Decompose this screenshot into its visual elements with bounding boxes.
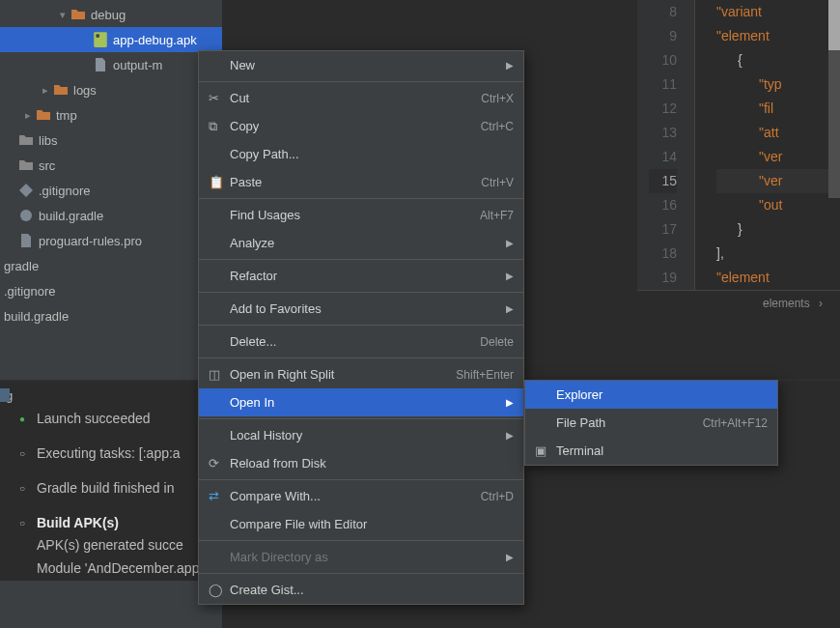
folder-icon <box>52 82 70 98</box>
reload-icon: ⟳ <box>209 456 230 471</box>
apk-file-icon <box>92 31 109 48</box>
tree-label: build.gradle <box>39 209 103 223</box>
git-file-icon <box>17 183 35 198</box>
menu-new[interactable]: New▶ <box>199 51 523 79</box>
menu-compare-editor[interactable]: Compare File with Editor <box>199 510 523 538</box>
tree-label: app-debug.apk <box>113 33 197 47</box>
compare-icon: ⇄ <box>209 489 230 503</box>
tree-file-gitignore-root[interactable]: .gitignore <box>0 278 222 303</box>
log-title: Build APK(s) <box>37 515 119 530</box>
folder-icon <box>70 7 87 22</box>
tree-folder-debug[interactable]: ▾ debug <box>0 2 222 27</box>
svg-rect-1 <box>97 34 99 37</box>
chevron-right-icon: ▶ <box>500 397 514 408</box>
menu-separator <box>199 540 523 541</box>
tree-file-output[interactable]: output-m <box>0 52 222 77</box>
line-number: 8 <box>649 0 677 24</box>
log-text: Gradle build finished in <box>37 480 174 496</box>
text-file-icon <box>17 233 35 248</box>
chevron-right-icon: ▸ <box>39 84 52 97</box>
tree-label: debug <box>91 8 126 22</box>
menu-analyze[interactable]: Analyze▶ <box>199 229 523 257</box>
tree-folder-tmp[interactable]: ▸ tmp <box>0 102 222 128</box>
menu-local-history[interactable]: Local History▶ <box>199 421 523 449</box>
folder-icon <box>17 157 35 173</box>
context-menu[interactable]: New▶ ✂CutCtrl+X ⧉CopyCtrl+C Copy Path...… <box>198 50 524 605</box>
tree-folder-libs[interactable]: libs <box>0 128 222 153</box>
tree-label: output-m <box>113 58 162 72</box>
menu-add-favorites[interactable]: Add to Favorites▶ <box>199 295 523 323</box>
menu-cut[interactable]: ✂CutCtrl+X <box>199 84 523 112</box>
bullet-icon: ○ <box>19 483 37 494</box>
tree-folder-src[interactable]: src <box>0 153 222 178</box>
tree-folder-gradle[interactable]: gradle <box>0 253 222 278</box>
line-number: 16 <box>649 193 677 217</box>
gradle-file-icon <box>17 208 35 223</box>
tree-label: tmp <box>56 108 77 123</box>
menu-separator <box>199 198 523 199</box>
menu-separator <box>199 292 523 293</box>
line-number: 19 <box>649 266 677 290</box>
tree-label: libs <box>39 133 58 148</box>
copy-icon: ⧉ <box>209 119 230 134</box>
line-number: 15 <box>649 169 677 193</box>
bullet-icon: ○ <box>19 518 37 528</box>
bullet-icon: ○ <box>19 448 37 459</box>
menu-delete[interactable]: Delete...Delete <box>199 328 523 356</box>
editor-breadcrumb[interactable]: elements › <box>637 290 840 316</box>
chevron-right-icon: ▶ <box>500 60 514 71</box>
menu-reload-disk[interactable]: ⟳Reload from Disk <box>199 449 523 477</box>
tree-file-gitignore[interactable]: .gitignore <box>0 178 222 203</box>
menu-find-usages[interactable]: Find UsagesAlt+F7 <box>199 201 523 229</box>
chevron-right-icon: ▸ <box>21 109 35 122</box>
breadcrumb-item[interactable]: elements <box>763 297 810 310</box>
submenu-terminal[interactable]: ▣Terminal <box>525 437 777 465</box>
menu-copy[interactable]: ⧉CopyCtrl+C <box>199 112 523 140</box>
paste-icon: 📋 <box>209 175 230 189</box>
line-number: 14 <box>649 145 677 169</box>
editor-scrollbar-thumb[interactable] <box>828 0 840 50</box>
chevron-right-icon: ▶ <box>500 238 514 248</box>
menu-open-right-split[interactable]: ◫Open in Right SplitShift+Enter <box>199 360 523 388</box>
editor-content[interactable]: "variant "element { "typ "fil "att "ver … <box>695 0 840 290</box>
log-text: Executing tasks: [:app:a <box>37 445 181 461</box>
menu-compare-with[interactable]: ⇄Compare With...Ctrl+D <box>199 482 523 510</box>
menu-refactor[interactable]: Refactor▶ <box>199 262 523 290</box>
submenu-explorer[interactable]: Explorer <box>525 381 777 409</box>
tree-file-proguard[interactable]: proguard-rules.pro <box>0 228 222 253</box>
chevron-right-icon: ▶ <box>500 552 514 562</box>
chevron-down-icon: ▾ <box>56 9 70 21</box>
tree-file-build-gradle[interactable]: build.gradle <box>0 203 222 228</box>
menu-paste[interactable]: 📋PasteCtrl+V <box>199 168 523 196</box>
chevron-right-icon: › <box>819 297 823 310</box>
tree-label: .gitignore <box>4 284 55 299</box>
line-number: 12 <box>649 97 677 121</box>
chevron-right-icon: ▶ <box>500 271 514 281</box>
submenu-file-path[interactable]: File PathCtrl+Alt+F12 <box>525 409 777 437</box>
editor-gutter: 8 9 10 11 12 13 14 15 16 17 18 19 <box>637 0 695 290</box>
tree-label: src <box>39 158 55 173</box>
menu-open-in[interactable]: Open In▶ <box>199 388 523 416</box>
github-icon: ◯ <box>209 583 230 597</box>
tree-folder-logs[interactable]: ▸ logs <box>0 77 222 102</box>
menu-copy-path[interactable]: Copy Path... <box>199 140 523 168</box>
context-submenu-open-in[interactable]: Explorer File PathCtrl+Alt+F12 ▣Terminal <box>524 380 778 466</box>
tree-label: build.gradle <box>4 309 69 324</box>
menu-create-gist[interactable]: ◯Create Gist... <box>199 576 523 604</box>
tree-label: .gitignore <box>39 184 90 198</box>
folder-icon <box>17 132 35 148</box>
json-file-icon <box>92 57 109 72</box>
chevron-right-icon: ▶ <box>500 303 514 314</box>
tree-file-app-debug-apk[interactable]: app-debug.apk <box>0 27 222 52</box>
tree-label: proguard-rules.pro <box>39 234 142 248</box>
line-number: 10 <box>649 48 677 72</box>
split-icon: ◫ <box>209 367 230 382</box>
log-text: Launch succeeded <box>37 411 151 426</box>
menu-separator <box>199 81 523 82</box>
menu-separator <box>199 357 523 358</box>
chevron-right-icon: ▶ <box>500 430 514 441</box>
tree-file-build-gradle-root[interactable]: build.gradle <box>0 303 222 328</box>
menu-separator <box>199 479 523 480</box>
menu-separator <box>199 573 523 574</box>
folder-icon <box>35 107 52 123</box>
